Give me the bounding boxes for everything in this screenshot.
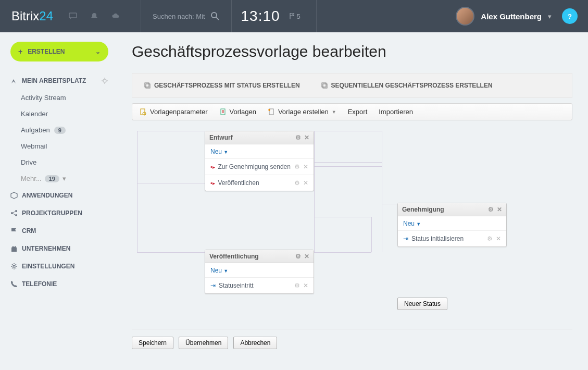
section-settings[interactable]: EINSTELLUNGEN xyxy=(0,257,119,275)
connector xyxy=(382,131,382,166)
connector xyxy=(137,183,205,183)
close-icon[interactable]: ✕ xyxy=(496,235,501,242)
chevron-down-icon: ⌄ xyxy=(95,48,101,55)
svg-rect-10 xyxy=(322,83,326,87)
section-groups[interactable]: PROJEKTGRUPPEN xyxy=(0,204,119,222)
copy-icon xyxy=(321,82,328,89)
close-icon[interactable]: ✕ xyxy=(303,282,308,289)
section-apps[interactable]: ANWENDUNGEN xyxy=(0,187,119,204)
toolbar-templates[interactable]: Vorlagen xyxy=(219,108,256,116)
svg-rect-8 xyxy=(145,83,149,87)
tab-sequential-process[interactable]: SEQUENTIELLEN GESCHÄFTSPROZESS ERSTELLEN xyxy=(321,82,493,89)
user-menu[interactable]: Alex Guttenberg ▾ xyxy=(456,7,562,26)
new-link[interactable]: Neu ▼ xyxy=(210,148,228,155)
clock[interactable]: 13:10 xyxy=(232,8,290,24)
new-status-button[interactable]: Neuer Status xyxy=(397,298,447,310)
status-box-entwurf[interactable]: Entwurf ⚙✕ Neu ▼ •▸Zur Genehmigung sende… xyxy=(205,131,314,191)
gear-icon[interactable]: ⚙ xyxy=(295,134,301,141)
doc-icon xyxy=(219,108,227,116)
workflow-canvas: Entwurf ⚙✕ Neu ▼ •▸Zur Genehmigung sende… xyxy=(132,131,572,318)
svg-point-6 xyxy=(15,214,17,216)
svg-point-4 xyxy=(11,212,13,214)
search-box[interactable]: Suchen nach: Mit xyxy=(141,0,231,32)
close-icon[interactable]: ✕ xyxy=(303,163,308,170)
action-row[interactable]: ⇥Status initialisieren⚙✕ xyxy=(398,230,506,246)
close-icon[interactable]: ✕ xyxy=(497,206,502,213)
bell-icon[interactable] xyxy=(90,12,98,20)
gear-icon[interactable]: ⚙ xyxy=(294,282,300,289)
doc-plus-icon xyxy=(268,108,275,116)
svg-rect-11 xyxy=(323,84,327,88)
action-row[interactable]: ⇥Statuseintritt⚙✕ xyxy=(205,277,314,293)
avatar xyxy=(456,7,474,26)
sidebar-more[interactable]: Mehr...19▾ xyxy=(0,170,119,187)
toolbar-params[interactable]: Vorlagenparameter xyxy=(140,108,208,116)
section-telephony[interactable]: TELEFONIE xyxy=(0,275,119,293)
connector xyxy=(314,252,371,253)
close-icon[interactable]: ✕ xyxy=(304,253,309,260)
section-crm[interactable]: CRM xyxy=(0,222,119,240)
plus-icon: + xyxy=(18,47,22,56)
connector xyxy=(137,131,137,183)
sidebar-item-calendar[interactable]: Kalender xyxy=(0,106,119,122)
svg-point-3 xyxy=(103,79,106,82)
gear-icon[interactable]: ⚙ xyxy=(488,206,494,213)
sidebar-item-tasks[interactable]: Aufgaben9 xyxy=(0,122,119,138)
status-box-veroeffentlichung[interactable]: Veröffentlichung ⚙✕ Neu ▼ ⇥Statuseintrit… xyxy=(205,250,314,294)
connector xyxy=(137,183,137,252)
logo[interactable]: Bitrix24 xyxy=(0,9,69,23)
apply-button[interactable]: Übernehmen xyxy=(179,337,228,349)
flag-icon xyxy=(10,227,18,235)
header-icons xyxy=(69,12,141,20)
close-icon[interactable]: ✕ xyxy=(304,134,309,141)
sidebar-item-activity[interactable]: Activity Stream xyxy=(0,90,119,106)
share-icon xyxy=(10,209,18,217)
toolbar-import[interactable]: Importieren xyxy=(379,108,413,116)
action-buttons: Speichern Übernehmen Abbrechen xyxy=(132,329,572,356)
gear-icon[interactable]: ⚙ xyxy=(294,163,300,170)
cancel-button[interactable]: Abbrechen xyxy=(233,337,277,349)
action-row[interactable]: •▸Veröffentlichen⚙✕ xyxy=(205,175,314,191)
svg-point-1 xyxy=(211,13,217,18)
svg-rect-9 xyxy=(146,84,150,88)
sidebar: + ERSTELLEN ⌄ MEIN ARBEITSPLATZ Activity… xyxy=(0,32,119,370)
doc-gear-icon xyxy=(140,108,147,116)
toolbar: Vorlagenparameter Vorlagen Vorlage erste… xyxy=(132,103,572,120)
user-name: Alex Guttenberg xyxy=(481,12,542,21)
chevron-down-icon: ▾ xyxy=(548,13,552,20)
cloud-icon[interactable] xyxy=(111,12,120,20)
connector xyxy=(382,162,382,252)
new-link[interactable]: Neu ▼ xyxy=(210,267,228,274)
chevron-down-icon: ▾ xyxy=(62,175,66,182)
toolbar-create-template[interactable]: Vorlage erstellen▼ xyxy=(268,108,336,116)
box-header: Veröffentlichung ⚙✕ xyxy=(205,250,314,263)
chevron-down-icon: ▼ xyxy=(332,109,336,115)
create-button[interactable]: + ERSTELLEN ⌄ xyxy=(10,42,108,61)
help-button[interactable]: ? xyxy=(562,8,578,24)
more-badge: 19 xyxy=(45,175,59,182)
sidebar-item-drive[interactable]: Drive xyxy=(0,154,119,170)
chat-icon[interactable] xyxy=(69,12,77,20)
tab-status-process[interactable]: GESCHÄFTSPROZESS MIT STATUS ERSTELLEN xyxy=(144,82,300,89)
gear-icon[interactable]: ⚙ xyxy=(294,179,300,187)
connector xyxy=(314,217,371,217)
enter-icon: ⇥ xyxy=(403,235,408,242)
section-workspace[interactable]: MEIN ARBEITSPLATZ xyxy=(0,72,119,90)
chevron-down-icon: ▼ xyxy=(223,150,228,155)
close-icon[interactable]: ✕ xyxy=(303,179,308,187)
status-box-genehmigung[interactable]: Genehmigung ⚙✕ Neu ▼ ⇥Status initialisie… xyxy=(397,203,507,247)
connector xyxy=(137,252,205,253)
action-row[interactable]: •▸Zur Genehmigung senden⚙✕ xyxy=(205,158,314,175)
section-company[interactable]: UNTERNEHMEN xyxy=(0,240,119,257)
gear-icon[interactable] xyxy=(101,77,108,84)
svg-point-7 xyxy=(13,265,15,267)
sidebar-item-webmail[interactable]: Webmail xyxy=(0,138,119,154)
flag-area[interactable]: 5 xyxy=(290,0,317,32)
new-link[interactable]: Neu ▼ xyxy=(403,220,421,227)
toolbar-export[interactable]: Export xyxy=(348,108,368,116)
tasks-badge: 9 xyxy=(54,127,66,134)
save-button[interactable]: Speichern xyxy=(132,337,173,349)
arrow-icon: •▸ xyxy=(210,164,215,170)
gear-icon[interactable]: ⚙ xyxy=(487,235,493,242)
gear-icon[interactable]: ⚙ xyxy=(295,253,301,260)
